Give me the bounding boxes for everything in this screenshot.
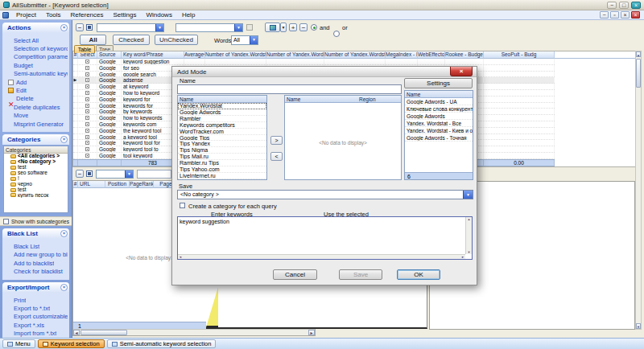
row-checkbox[interactable] — [85, 97, 89, 101]
source-item-wordtracker-com[interactable]: WordTracker.com — [178, 129, 266, 135]
action-move[interactable]: Move — [4, 112, 68, 120]
horizontal-scrollbar[interactable]: ◄ ► — [73, 329, 315, 335]
vertical-scrollbar[interactable]: ▲ ▼ — [635, 51, 642, 330]
chevron-down-icon[interactable]: ▼ — [463, 191, 473, 199]
regions-region-header[interactable]: Region — [359, 96, 376, 103]
action-delete-duplicates[interactable]: Delete duplicates — [4, 103, 68, 111]
filter-picture-button[interactable] — [265, 23, 280, 32]
or-radio[interactable] — [333, 31, 340, 37]
scroll-up-icon[interactable]: ▲ — [636, 51, 641, 57]
regions-name-header[interactable]: Name — [287, 96, 300, 102]
source-item-tips-yahoo-com[interactable]: Tips Yahoo.com — [178, 166, 266, 173]
menu-project[interactable]: Project — [11, 11, 41, 18]
source-item-rambler-ru-tips[interactable]: Rambler.ru Tips — [178, 160, 266, 166]
menu-settings[interactable]: Settings — [109, 11, 142, 18]
source-item-tips-mail-ru[interactable]: Tips Mail.ru — [178, 154, 266, 160]
saved-query-google-adwords-точная[interactable]: Google Adwords - Точная — [405, 134, 473, 142]
category-no-category[interactable]: <No category > — [4, 159, 68, 165]
row-checkbox[interactable] — [85, 147, 89, 151]
select-checked-button[interactable]: Checked — [113, 35, 150, 45]
export-print[interactable]: Print — [4, 296, 68, 304]
window-close-icon[interactable]: × — [631, 11, 640, 18]
move-left-button[interactable]: < — [270, 152, 283, 161]
mdi-restore-icon[interactable]: ▫ — [610, 11, 619, 18]
minimize-icon[interactable]: − — [607, 2, 617, 9]
column-header-seopult-budg[interactable]: SeoPult - Budg — [484, 51, 555, 59]
action-delete[interactable]: Delete — [4, 95, 68, 103]
picture-dropdown-icon[interactable]: ▼ — [280, 23, 287, 32]
url-column-header-position[interactable]: Position — [105, 181, 130, 188]
action-add[interactable]: Add — [4, 78, 68, 86]
category-купить-песок[interactable]: купить песок — [4, 193, 68, 199]
url-filter-field[interactable] — [137, 170, 171, 179]
blacklist-add-to-blacklist[interactable]: Add to blacklist — [4, 259, 68, 267]
url-column-header-url[interactable]: URL — [78, 181, 105, 188]
filter-enable-checkbox[interactable] — [86, 24, 93, 31]
column-header-number-of-yandex-wordstat[interactable]: Number of Yandex.Wordstat "" — [266, 51, 324, 59]
saved-query-google-adwords[interactable]: Google Adwords — [405, 113, 473, 120]
textarea-horizontal-scrollbar[interactable]: ◄► — [178, 254, 465, 259]
filter-value-combo[interactable]: ▼ — [175, 23, 243, 32]
row-checkbox[interactable] — [85, 91, 89, 95]
column-header-source[interactable]: Source — [97, 51, 122, 59]
source-item-rambler[interactable]: Rambler — [178, 116, 266, 122]
chevron-down-icon[interactable]: ▼ — [155, 24, 163, 31]
settings-button[interactable]: Settings — [404, 78, 473, 88]
taskbar-item-semi-automatic-keyword-selection[interactable]: Semi-automatic keyword selection — [107, 339, 217, 348]
taskbar-item-menu[interactable]: Menu — [2, 339, 35, 348]
taskbar-item-keyword-selection[interactable]: Keyword selection — [38, 339, 105, 348]
column-header-number-of-yandex-wordstat[interactable]: Number of Yandex.Wordstat "!" — [205, 51, 266, 59]
row-checkbox[interactable] — [85, 72, 89, 76]
collapse-filter-button[interactable]: − — [76, 23, 84, 31]
scrollbar-thumb[interactable] — [636, 59, 641, 88]
source-item-tips-yandex[interactable]: Tips Yandex — [178, 141, 266, 147]
show-subcategories-row[interactable]: Show with subcategories — [0, 216, 72, 226]
cancel-button[interactable]: Cancel — [273, 269, 317, 280]
show-subcategories-checkbox[interactable] — [3, 219, 9, 224]
action-semi-automatic-keyword-sele[interactable]: Semi-automatic keyword sele... — [4, 70, 68, 78]
dialog-close-icon[interactable]: × — [450, 67, 473, 76]
tab-table[interactable]: Table — [74, 45, 95, 53]
keywords-textarea[interactable]: keyword suggestion ▲▼ ◄► — [177, 216, 473, 260]
row-checkbox[interactable] — [85, 154, 89, 158]
category-all-categories[interactable]: <All categories > — [4, 154, 68, 159]
select-all-button[interactable]: All — [80, 35, 106, 45]
mdi-minimize-icon[interactable]: − — [600, 11, 609, 18]
source-item-yandex-wordstat[interactable]: Yandex.Wordstat — [178, 103, 266, 109]
categories-tree-header[interactable]: Categories — [4, 146, 68, 154]
mdi-close-icon[interactable]: × — [621, 11, 630, 18]
collapse-icon[interactable]: × — [60, 136, 68, 143]
blacklist-add-new-group-to-blacklist[interactable]: Add new group to blacklist — [4, 251, 68, 259]
category-seo-software[interactable]: seo software — [4, 170, 68, 176]
maximize-icon[interactable]: □ — [619, 2, 629, 9]
category-test[interactable]: test — [4, 165, 68, 170]
action-budget[interactable]: Budget — [4, 61, 68, 69]
saved-query-google-adwords-ua[interactable]: Google Adwords - UA — [405, 98, 473, 105]
saved-query-ключевые-слова-конкурентов-goog[interactable]: Ключевые слова конкурентов - Goog — [405, 105, 473, 113]
row-checkbox[interactable] — [85, 104, 89, 108]
create-category-checkbox[interactable] — [180, 203, 185, 208]
row-checkbox[interactable] — [85, 129, 89, 133]
and-radio[interactable] — [311, 24, 317, 31]
row-checkbox[interactable] — [85, 135, 89, 139]
saved-query-yandex-wordstat-все[interactable]: Yandex. Wordstat - Все — [405, 120, 473, 127]
scroll-down-icon[interactable]: ▼ — [636, 323, 641, 329]
source-item-google-tips[interactable]: Google Tips — [178, 135, 266, 142]
url-filter-checkbox[interactable] — [86, 170, 93, 177]
save-button[interactable]: Save — [339, 269, 382, 280]
url-column-header-pagerank[interactable]: PageRank — [130, 181, 154, 188]
add-filter-button[interactable]: + — [289, 23, 297, 31]
category-[interactable]: ! — [4, 176, 68, 182]
name-input[interactable] — [177, 84, 402, 94]
column-header-megaindex-budget[interactable]: MegaIndex - Budget — [386, 51, 418, 59]
remove-filter-button[interactable]: − — [299, 23, 308, 31]
row-checkbox[interactable] — [85, 109, 89, 113]
column-header-rookee-budget[interactable]: Rookee - Budget — [445, 51, 484, 59]
scroll-right-icon[interactable]: ► — [308, 330, 315, 335]
menu-tools[interactable]: Tools — [41, 11, 66, 18]
menu-windows[interactable]: Windows — [141, 11, 176, 18]
action-competition-parameters[interactable]: Competition parameters — [4, 53, 68, 61]
column-header-webeffecto[interactable]: WebEffecto — [418, 51, 445, 59]
menu-references[interactable]: References — [66, 11, 109, 18]
url-collapse-button[interactable]: − — [76, 170, 84, 178]
